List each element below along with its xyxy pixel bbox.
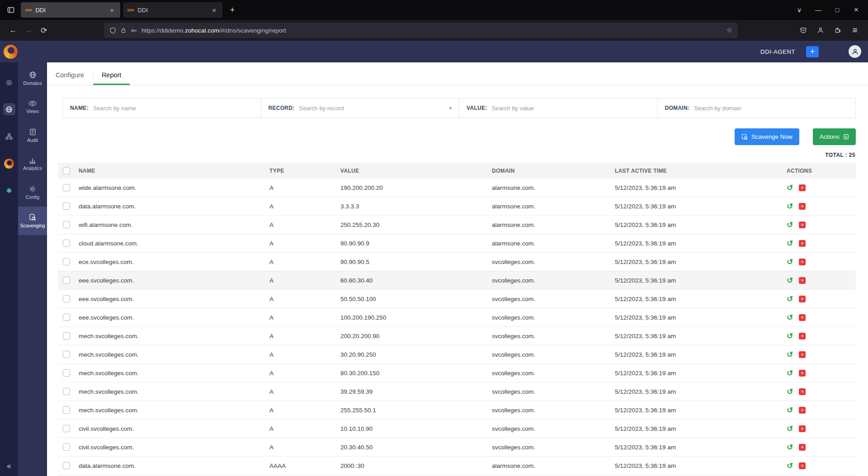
account-icon[interactable] [813,23,828,38]
delete-record-icon[interactable]: × [799,333,806,339]
restore-history-icon[interactable]: ↺ [787,351,793,358]
row-checkbox[interactable] [63,295,70,302]
row-checkbox[interactable] [63,221,70,228]
delete-record-icon[interactable]: × [799,351,806,358]
shield-icon[interactable] [109,27,116,34]
window-close-button[interactable]: × [848,2,864,18]
row-checkbox[interactable] [63,332,70,339]
name-search-input[interactable] [93,105,254,112]
row-checkbox[interactable] [63,388,70,395]
row-checkbox[interactable] [63,203,70,210]
row-checkbox[interactable] [63,240,70,247]
delete-record-icon[interactable]: × [799,259,806,265]
value-search-input[interactable] [492,105,650,112]
select-all-checkbox[interactable] [63,167,70,174]
chevron-down-icon[interactable]: ▾ [449,105,452,111]
record-last-active-time: 5/12/2023, 5:36:19 am [615,240,787,247]
scavenge-now-button[interactable]: Scavenge Now [735,128,799,145]
module-strip: ◎ ✱ « [0,62,18,476]
row-checkbox[interactable] [63,258,70,265]
delete-record-icon[interactable]: × [799,425,806,432]
lock-icon[interactable] [120,27,127,33]
row-checkbox[interactable] [63,443,70,451]
restore-history-icon[interactable]: ↺ [787,388,793,396]
add-button[interactable]: + [806,46,819,57]
browser-tab-1[interactable]: DDI DDI × [21,2,120,18]
delete-record-icon[interactable]: × [799,388,806,395]
sidebar: Domains Views Audit Analytics Config Sca… [18,62,47,476]
row-checkbox[interactable] [63,351,70,358]
tab-report[interactable]: Report [93,71,130,85]
collapse-sidebar-button[interactable]: « [0,462,18,471]
delete-record-icon[interactable]: × [799,240,806,247]
minimize-button[interactable]: — [810,2,826,18]
delete-record-icon[interactable]: × [799,407,806,414]
sidebar-item-config[interactable]: Config [18,178,47,207]
restore-history-icon[interactable]: ↺ [787,221,793,229]
monitoring-module-icon[interactable]: ◎ [3,76,15,88]
record-search-input[interactable] [299,105,445,112]
extensions-icon[interactable] [830,23,845,38]
menu-icon[interactable]: ≡ [847,23,863,38]
bookmark-star-icon[interactable]: ☆ [726,26,732,34]
row-checkbox[interactable] [63,369,70,377]
key-permissions-icon[interactable] [131,27,137,34]
domain-search-input[interactable] [694,105,848,112]
row-checkbox[interactable] [63,277,70,284]
restore-history-icon[interactable]: ↺ [787,443,793,451]
url-bar[interactable]: https://ddidemo.zohocal.com/#/dns/scaven… [104,23,738,38]
delete-record-icon[interactable]: × [799,370,806,377]
restore-history-icon[interactable]: ↺ [787,406,793,414]
restore-history-icon[interactable]: ↺ [787,258,793,266]
row-checkbox[interactable] [63,406,70,414]
browser-tab-2[interactable]: DDI DDI × [123,2,222,18]
delete-record-icon[interactable]: × [799,296,806,302]
firefox-view-icon[interactable] [4,3,18,17]
actions-button[interactable]: Actions [813,128,856,145]
record-domain: alarmsone.com. [492,462,615,469]
forward-button[interactable]: → [21,23,36,38]
delete-record-icon[interactable]: × [799,462,806,469]
restore-history-icon[interactable]: ↺ [787,462,793,470]
restore-history-icon[interactable]: ↺ [787,332,793,340]
column-header-actions: ACTIONS [787,168,856,174]
delete-record-icon[interactable]: × [799,222,806,228]
reload-button[interactable]: ⟳ [36,23,52,38]
sidebar-item-views[interactable]: Views [18,93,47,121]
ipam-module-icon[interactable] [3,130,15,142]
delete-record-icon[interactable]: × [799,277,806,284]
delete-record-icon[interactable]: × [799,184,806,191]
delete-record-icon[interactable]: × [799,314,806,321]
user-avatar[interactable] [849,45,861,58]
tab-close-icon[interactable]: × [108,6,116,14]
brand-swirl-icon[interactable] [3,157,15,170]
delete-record-icon[interactable]: × [799,203,806,210]
restore-history-icon[interactable]: ↺ [787,277,793,284]
tab-close-icon[interactable]: × [210,6,218,14]
row-checkbox[interactable] [63,462,70,469]
row-checkbox[interactable] [63,425,70,432]
tab-configure[interactable]: Configure [47,71,93,85]
row-checkbox[interactable] [63,314,70,321]
sidebar-item-domains[interactable]: Domains [18,64,47,93]
restore-history-icon[interactable]: ↺ [787,295,793,303]
sidebar-item-scavenging[interactable]: Scavenging [18,207,47,235]
restore-history-icon[interactable]: ↺ [787,314,793,321]
restore-history-icon[interactable]: ↺ [787,203,793,210]
delete-record-icon[interactable]: × [799,444,806,451]
back-button[interactable]: ← [5,23,21,38]
sidebar-item-audit[interactable]: Audit [18,121,47,150]
new-tab-button[interactable]: + [225,3,240,17]
record-name: mech.svcolleges.com. [79,333,269,339]
maximize-button[interactable]: □ [829,2,845,18]
list-tabs-icon[interactable]: ∨ [791,2,807,18]
row-checkbox[interactable] [63,184,70,191]
pocket-icon[interactable] [796,23,811,38]
restore-history-icon[interactable]: ↺ [787,240,793,247]
restore-history-icon[interactable]: ↺ [787,369,793,377]
apps-module-icon[interactable]: ✱ [3,184,15,197]
dns-module-icon[interactable] [3,103,15,115]
restore-history-icon[interactable]: ↺ [787,184,793,192]
restore-history-icon[interactable]: ↺ [787,425,793,433]
sidebar-item-analytics[interactable]: Analytics [18,150,47,178]
